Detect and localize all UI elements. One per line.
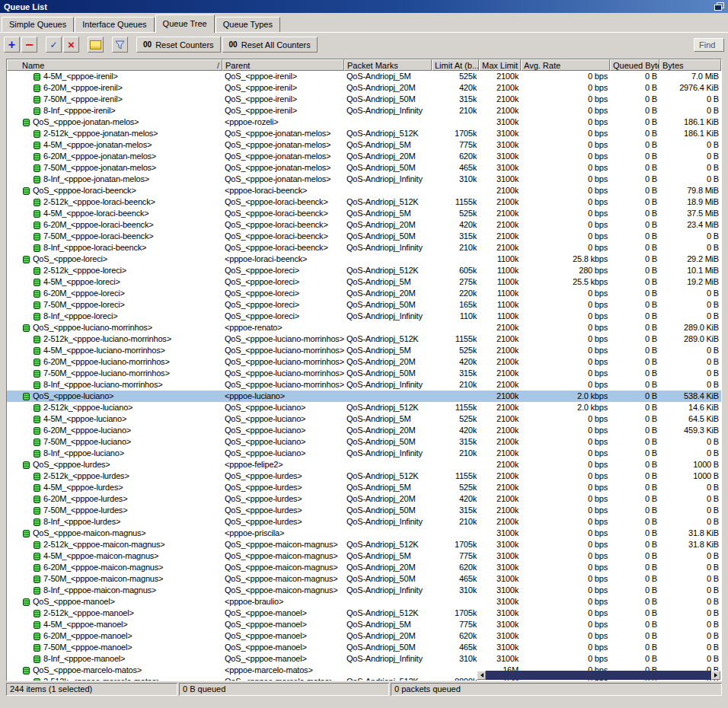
queue-row[interactable]: 8-Inf_<pppoe-maicon-magnus>QoS_<pppoe-ma… xyxy=(7,585,721,596)
queue-row[interactable]: 2-512k_<pppoe-manoel>QoS_<pppoe-manoel>Q… xyxy=(7,608,721,619)
cell-avg: 0 bps xyxy=(521,505,610,516)
queue-row[interactable]: 2-512k_<pppoe-jonatan-melos>QoS_<pppoe-j… xyxy=(7,128,721,139)
tab-interface-queues[interactable]: Interface Queues xyxy=(75,17,154,32)
queue-row[interactable]: 8-Inf_<pppoe-loraci-beenck>QoS_<pppoe-lo… xyxy=(7,242,721,254)
column-header-max[interactable]: Max Limit ... xyxy=(479,59,521,71)
restore-icon[interactable] xyxy=(714,2,724,11)
queue-row[interactable]: 7-50M_<pppoe-luciano-morrinhos>QoS_<pppo… xyxy=(7,368,721,379)
cell-marks xyxy=(344,459,432,470)
cell-name: 2-512k_<pppoe-manoel> xyxy=(7,608,222,619)
queue-row[interactable]: QoS_<pppoe-luciano><pppoe-luciano>2100k2… xyxy=(7,391,721,402)
cell-parent: <pppoe-loraci-beenck> xyxy=(222,254,344,265)
queue-row[interactable]: 7-50M_<pppoe-manoel>QoS_<pppoe-manoel>Qo… xyxy=(7,642,721,653)
queue-row[interactable]: 4-5M_<pppoe-maicon-magnus>QoS_<pppoe-mai… xyxy=(7,550,721,562)
cell-queued: 0 B xyxy=(610,459,659,470)
add-button[interactable]: + xyxy=(4,37,20,53)
tab-queue-tree[interactable]: Queue Tree xyxy=(155,14,215,33)
cell-bytes: 1000 B xyxy=(659,470,721,482)
queue-row[interactable]: 6-20M_<pppoe-loreci>QoS_<pppoe-loreci>Qo… xyxy=(7,288,721,299)
cell-limit: 620k xyxy=(432,562,479,573)
cell-marks: QoS-Andriopj_Infinity xyxy=(344,516,432,528)
cell-queued: 0 B xyxy=(610,231,659,242)
queue-row[interactable]: 2-512k_<pppoe-luciano-morrinhos>QoS_<ppp… xyxy=(7,333,721,345)
cell-name: 8-Inf_<pppoe-lurdes> xyxy=(7,516,222,528)
queue-row[interactable]: 4-5M_<pppoe-luciano-morrinhos>QoS_<pppoe… xyxy=(7,345,721,356)
queue-row[interactable]: 6-20M_<pppoe-luciano>QoS_<pppoe-luciano>… xyxy=(7,425,721,436)
scroll-left-button[interactable] xyxy=(477,671,486,680)
enable-button[interactable]: ✓ xyxy=(46,37,62,53)
queue-row[interactable]: 4-5M_<pppoe-irenil>QoS_<pppoe-irenil>QoS… xyxy=(7,71,721,82)
queue-row[interactable]: QoS_<pppoe-loreci><pppoe-loraci-beenck>1… xyxy=(7,254,721,265)
queue-row[interactable]: QoS_<pppoe-lurdes><pppoe-felipe2>2100k0 … xyxy=(7,459,721,470)
queue-row[interactable]: 2-512k_<pppoe-lurdes>QoS_<pppoe-lurdes>Q… xyxy=(7,470,721,482)
queue-row[interactable]: 4-5M_<pppoe-luciano>QoS_<pppoe-luciano>Q… xyxy=(7,413,721,425)
queue-row[interactable]: 8-Inf_<pppoe-loreci>QoS_<pppoe-loreci>Qo… xyxy=(7,311,721,322)
queue-row[interactable]: 6-20M_<pppoe-loraci-beenck>QoS_<pppoe-lo… xyxy=(7,219,721,231)
reset-counters-button[interactable]: 00 Reset Counters xyxy=(136,37,221,53)
queue-row[interactable]: 7-50M_<pppoe-lurdes>QoS_<pppoe-lurdes>Qo… xyxy=(7,505,721,516)
disable-button[interactable]: × xyxy=(63,37,79,53)
queue-row[interactable]: 7-50M_<pppoe-luciano>QoS_<pppoe-luciano>… xyxy=(7,436,721,448)
horizontal-scrollbar[interactable] xyxy=(477,671,720,680)
filter-button[interactable] xyxy=(112,37,128,53)
queue-row[interactable]: 4-5M_<pppoe-jonatan-melos>QoS_<pppoe-jon… xyxy=(7,139,721,151)
queue-row[interactable]: 8-Inf_<pppoe-jonatan-melos>QoS_<pppoe-jo… xyxy=(7,174,721,185)
queue-row[interactable]: 6-20M_<pppoe-irenil>QoS_<pppoe-irenil>Qo… xyxy=(7,82,721,94)
queue-row[interactable]: 4-5M_<pppoe-lurdes>QoS_<pppoe-lurdes>QoS… xyxy=(7,482,721,493)
cell-limit: 465k xyxy=(432,642,479,653)
cell-queued: 0 B xyxy=(610,368,659,379)
queue-row[interactable]: 6-20M_<pppoe-jonatan-melos>QoS_<pppoe-jo… xyxy=(7,151,721,162)
scroll-track[interactable] xyxy=(486,671,711,680)
queue-icon xyxy=(23,530,30,537)
scroll-right-button[interactable] xyxy=(711,671,720,680)
reset-all-counters-button[interactable]: 00 Reset All Counters xyxy=(222,37,318,53)
queue-row[interactable]: QoS_<pppoe-loraci-beenck><pppoe-loraci-b… xyxy=(7,185,721,196)
queue-row[interactable]: 8-Inf_<pppoe-luciano-morrinhos>QoS_<pppo… xyxy=(7,379,721,391)
cell-avg: 25.5 kbps xyxy=(521,276,610,288)
queue-row[interactable]: 7-50M_<pppoe-maicon-magnus>QoS_<pppoe-ma… xyxy=(7,573,721,585)
find-button[interactable]: Find xyxy=(694,38,724,52)
queue-icon xyxy=(34,96,40,104)
remove-button[interactable]: − xyxy=(21,37,37,53)
column-header-queued[interactable]: Queued Bytes xyxy=(610,59,659,71)
queue-row[interactable]: 8-Inf_<pppoe-irenil>QoS_<pppoe-irenil>Qo… xyxy=(7,105,721,116)
queue-row[interactable]: QoS_<pppoe-maicon-magnus><pppoe-priscila… xyxy=(7,528,721,539)
column-header-marks[interactable]: Packet Marks xyxy=(344,59,432,71)
column-header-bytes[interactable]: Bytes xyxy=(659,59,721,71)
cell-avg: 0 bps xyxy=(521,550,610,562)
cell-avg: 0 bps xyxy=(521,425,610,436)
queue-row[interactable]: 4-5M_<pppoe-loreci>QoS_<pppoe-loreci>QoS… xyxy=(7,276,721,288)
queue-icon xyxy=(23,598,30,606)
queue-row[interactable]: 2-512k_<pppoe-luciano>QoS_<pppoe-luciano… xyxy=(7,402,721,413)
queue-row[interactable]: 7-50M_<pppoe-loraci-beenck>QoS_<pppoe-lo… xyxy=(7,231,721,242)
queue-row[interactable]: 7-50M_<pppoe-jonatan-melos>QoS_<pppoe-jo… xyxy=(7,162,721,174)
queue-row[interactable]: 2-512k_<pppoe-loreci>QoS_<pppoe-loreci>Q… xyxy=(7,265,721,276)
queue-row[interactable]: 2-512k_<pppoe-maicon-magnus>QoS_<pppoe-m… xyxy=(7,539,721,550)
queue-row[interactable]: QoS_<pppoe-luciano-morrinhos><pppoe-rena… xyxy=(7,322,721,333)
queue-row[interactable]: 6-20M_<pppoe-luciano-morrinhos>QoS_<pppo… xyxy=(7,356,721,368)
column-header-limit[interactable]: Limit At (b... xyxy=(432,59,479,71)
comment-button[interactable] xyxy=(88,37,104,53)
tab-queue-types[interactable]: Queue Types xyxy=(216,17,280,32)
queue-row[interactable]: 8-Inf_<pppoe-manoel>QoS_<pppoe-manoel>Qo… xyxy=(7,653,721,665)
queue-row[interactable]: QoS_<pppoe-jonatan-melos><pppoe-rozeli>3… xyxy=(7,116,721,128)
column-header-avg[interactable]: Avg. Rate xyxy=(521,59,610,71)
column-header-parent[interactable]: Parent xyxy=(222,59,344,71)
queue-row[interactable]: 4-5M_<pppoe-loraci-beenck>QoS_<pppoe-lor… xyxy=(7,208,721,219)
tab-simple-queues[interactable]: Simple Queues xyxy=(2,17,74,32)
queue-row[interactable]: 6-20M_<pppoe-manoel>QoS_<pppoe-manoel>Qo… xyxy=(7,630,721,642)
cell-avg: 0 bps xyxy=(521,219,610,231)
column-header-name[interactable]: Name/ xyxy=(7,59,222,71)
queue-row[interactable]: 2-512k_<pppoe-loraci-beenck>QoS_<pppoe-l… xyxy=(7,196,721,208)
queue-row[interactable]: 6-20M_<pppoe-maicon-magnus>QoS_<pppoe-ma… xyxy=(7,562,721,573)
queue-row[interactable]: 7-50M_<pppoe-loreci>QoS_<pppoe-loreci>Qo… xyxy=(7,299,721,311)
queue-row[interactable]: 8-Inf_<pppoe-luciano>QoS_<pppoe-luciano>… xyxy=(7,448,721,459)
queue-row[interactable]: 7-50M_<pppoe-irenil>QoS_<pppoe-irenil>Qo… xyxy=(7,94,721,105)
queue-row[interactable]: 6-20M_<pppoe-lurdes>QoS_<pppoe-lurdes>Qo… xyxy=(7,493,721,505)
queue-row[interactable]: 4-5M_<pppoe-manoel>QoS_<pppoe-manoel>QoS… xyxy=(7,619,721,630)
queue-row[interactable]: QoS_<pppoe-manoel><pppoe-braulio>3100k0 … xyxy=(7,596,721,608)
cell-queued: 0 B xyxy=(610,276,659,288)
cell-bytes: 2976.4 KiB xyxy=(659,82,721,94)
queue-icon xyxy=(34,553,40,560)
queue-row[interactable]: 8-Inf_<pppoe-lurdes>QoS_<pppoe-lurdes>Qo… xyxy=(7,516,721,528)
